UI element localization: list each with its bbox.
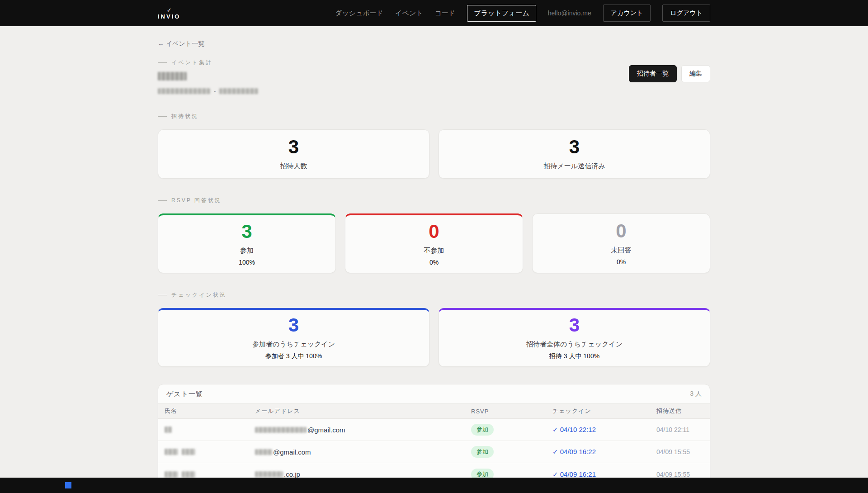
invitee-list-button[interactable]: 招待者一覧 (629, 65, 677, 82)
checkin-of-attendees-value: 3 (288, 316, 299, 335)
name-redacted-block (165, 471, 178, 478)
event-title (158, 72, 258, 82)
guest-count: 3 人 (690, 390, 702, 398)
event-summary-header: イベント集計 - 招待者一覧 編集 (158, 59, 710, 95)
invite-sent-timestamp: 04/10 22:11 (650, 426, 710, 433)
dev-indicator[interactable] (65, 482, 71, 488)
rsvp-badge: 参加 (471, 469, 494, 478)
event-start-date-redacted (158, 88, 210, 94)
page-footer (0, 478, 868, 493)
table-row: @gmail.com 参加 ✓ 04/09 16:22 04/09 15:55 (158, 441, 710, 463)
rsvp-status-section-label: RSVP 回答状況 (158, 197, 710, 204)
guest-name-redacted (158, 427, 249, 433)
name-redacted-block (182, 471, 195, 478)
event-end-date-redacted (219, 88, 258, 94)
email-suffix: .co.jp (284, 470, 300, 478)
email-suffix: @gmail.com (307, 426, 345, 434)
checkin-status-section-label: チェックイン状況 (158, 291, 710, 299)
rsvp-declined-value: 0 (429, 222, 439, 241)
nav-item-events[interactable]: イベント (395, 9, 423, 18)
invited-count-value: 3 (288, 137, 299, 156)
main-content: ← イベント一覧 イベント集計 - 招待者一覧 編集 (0, 26, 868, 478)
checkin-status-label-text: チェックイン状況 (171, 291, 226, 299)
guest-name-redacted (158, 449, 249, 455)
edit-button[interactable]: 編集 (681, 65, 710, 82)
guest-list-title: ゲスト一覧 (166, 390, 203, 398)
dash-decoration (158, 295, 167, 295)
rsvp-cell: 参加 (465, 469, 546, 478)
user-email: hello@invio.me (548, 9, 591, 17)
rsvp-declined-label: 不参加 (424, 246, 444, 255)
dash-decoration (158, 62, 167, 63)
checkin-of-all-invitees-card: 3 招待者全体のうちチェックイン 招待 3 人中 100% (439, 308, 710, 367)
brand-name: INVIO (158, 14, 180, 19)
guest-name-redacted (158, 471, 249, 478)
dash-decoration (158, 116, 167, 117)
invite-status-section-label: 招待状況 (158, 113, 710, 120)
checkin-timestamp: ✓ 04/09 16:21 (546, 470, 650, 478)
rsvp-declined-percent: 0% (429, 259, 439, 266)
invite-mail-sent-card: 3 招待メール送信済み (439, 129, 710, 179)
email-redacted-block (255, 427, 307, 433)
invite-status-cards: 3 招待人数 3 招待メール送信済み (158, 129, 710, 179)
main-navigation: ダッシュボード イベント コード プラットフォーム hello@invio.me… (335, 5, 710, 22)
nav-item-platform[interactable]: プラットフォーム (467, 5, 536, 22)
rsvp-cell: 参加 (465, 446, 546, 458)
checkin-of-all-invitees-label: 招待者全体のうちチェックイン (526, 340, 623, 349)
rsvp-cell: 参加 (465, 424, 546, 436)
rsvp-attending-value: 3 (241, 222, 252, 241)
invite-sent-timestamp: 04/09 15:55 (650, 471, 710, 478)
rsvp-badge: 参加 (471, 424, 494, 436)
invite-sent-timestamp: 04/09 15:55 (650, 448, 710, 455)
date-separator: - (214, 88, 216, 95)
table-row: .co.jp 参加 ✓ 04/09 16:21 04/09 15:55 (158, 463, 710, 478)
invite-status-label-text: 招待状況 (171, 113, 198, 120)
rsvp-declined-card: 0 不参加 0% (345, 213, 523, 273)
table-header-row: 氏名 メールアドレス RSVP チェックイン 招待送信 (158, 403, 710, 419)
brand-logo[interactable]: ✓ INVIO (158, 7, 180, 19)
invited-count-label: 招待人数 (280, 162, 307, 171)
checkin-of-all-invitees-value: 3 (569, 316, 580, 335)
event-date-range: - (158, 88, 258, 95)
invite-mail-sent-label: 招待メール送信済み (543, 162, 605, 171)
rsvp-attending-percent: 100% (239, 259, 255, 266)
invited-count-card: 3 招待人数 (158, 129, 429, 179)
rsvp-attending-card: 3 参加 100% (158, 213, 336, 273)
top-navbar: ✓ INVIO ダッシュボード イベント コード プラットフォーム hello@… (0, 0, 868, 26)
checkin-of-attendees-label: 参加者のうちチェックイン (252, 340, 335, 349)
summary-label-text: イベント集計 (171, 59, 212, 66)
checkin-of-attendees-sub: 参加者 3 人中 100% (265, 352, 322, 360)
guest-email: @gmail.com (249, 448, 465, 456)
guest-email: .co.jp (249, 470, 465, 478)
invite-mail-sent-value: 3 (569, 137, 580, 156)
checkin-of-all-invitees-sub: 招待 3 人中 100% (549, 352, 599, 360)
rsvp-status-label-text: RSVP 回答状況 (171, 197, 222, 204)
rsvp-no-answer-percent: 0% (617, 258, 626, 265)
check-icon: ✓ (167, 7, 172, 13)
guest-list-titlebar: ゲスト一覧 3 人 (158, 384, 710, 403)
nav-item-dashboard[interactable]: ダッシュボード (335, 9, 383, 18)
summary-section-label: イベント集計 (158, 59, 258, 66)
guest-email: @gmail.com (249, 426, 465, 434)
account-button[interactable]: アカウント (603, 5, 651, 22)
email-redacted-block (255, 449, 272, 455)
checkin-status-cards: 3 参加者のうちチェックイン 参加者 3 人中 100% 3 招待者全体のうちチ… (158, 308, 710, 367)
rsvp-no-answer-label: 未回答 (611, 246, 632, 255)
rsvp-no-answer-value: 0 (616, 222, 626, 241)
checkin-of-attendees-card: 3 参加者のうちチェックイン 参加者 3 人中 100% (158, 308, 429, 367)
back-to-event-list-link[interactable]: ← イベント一覧 (158, 40, 204, 48)
guest-list-table: ゲスト一覧 3 人 氏名 メールアドレス RSVP チェックイン 招待送信 @g… (158, 384, 710, 478)
table-row: @gmail.com 参加 ✓ 04/10 22:12 04/10 22:11 (158, 419, 710, 441)
rsvp-status-cards: 3 参加 100% 0 不参加 0% 0 未回答 0% (158, 213, 710, 273)
nav-item-codes[interactable]: コード (435, 9, 456, 18)
checkin-timestamp: ✓ 04/10 22:12 (546, 426, 650, 434)
column-header-email: メールアドレス (249, 407, 465, 415)
column-header-checkin: チェックイン (546, 407, 650, 415)
email-redacted-block (255, 471, 283, 477)
email-suffix: @gmail.com (273, 448, 311, 456)
column-header-name: 氏名 (158, 407, 249, 415)
dash-decoration (158, 200, 167, 201)
logout-button[interactable]: ログアウト (662, 5, 710, 22)
rsvp-attending-label: 参加 (240, 246, 254, 255)
header-actions: 招待者一覧 編集 (629, 65, 710, 82)
